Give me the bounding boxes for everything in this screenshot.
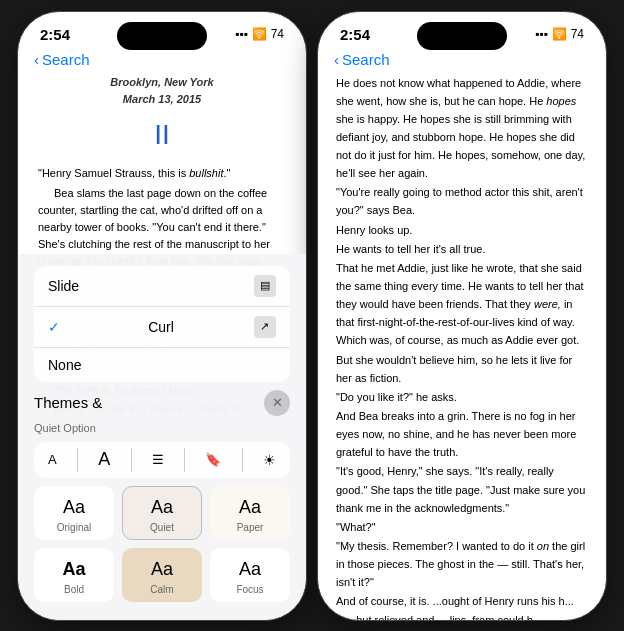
right-para-3: Henry looks up.	[336, 221, 588, 239]
slide-option-curl[interactable]: ✓ Curl ↗	[34, 307, 290, 348]
slide-option-slide[interactable]: Slide ▤	[34, 266, 290, 307]
overlay-panel: Slide ▤ ✓ Curl ↗ None Themes & ✕	[18, 254, 306, 620]
theme-bold-aa: Aa	[62, 559, 85, 580]
right-wifi-icon: 🛜	[552, 27, 567, 41]
font-small[interactable]: A	[48, 452, 57, 467]
theme-calm-aa: Aa	[151, 559, 173, 580]
right-status-icons: ▪▪▪ 🛜 74	[535, 27, 584, 41]
right-dynamic-island	[417, 22, 507, 50]
book-header: Brooklyn, New YorkMarch 13, 2015 II	[38, 74, 286, 158]
battery-icon: 74	[271, 27, 284, 41]
chapter-number: II	[38, 113, 286, 158]
bookmark-icon[interactable]: 🔖	[205, 452, 221, 467]
right-para-9: "It's good, Henry," she says. "It's real…	[336, 462, 588, 516]
right-para-5: That he met Addie, just like he wrote, t…	[336, 259, 588, 350]
separator3	[184, 448, 185, 472]
themes-header: Themes & ✕	[34, 390, 290, 416]
left-status-icons: ▪▪▪ 🛜 74	[235, 27, 284, 41]
left-nav-bar: ‹ Search	[18, 47, 306, 74]
theme-bold-label: Bold	[64, 584, 84, 595]
book-para-1: "Henry Samuel Strauss, this is bullshit.…	[38, 165, 286, 182]
right-para-10: "What?"	[336, 518, 588, 536]
left-back-label: Search	[42, 51, 90, 68]
theme-original-aa: Aa	[63, 497, 85, 518]
signal-icon: ▪▪▪	[235, 27, 248, 41]
theme-calm[interactable]: Aa Calm	[122, 548, 202, 602]
themes-grid: Aa Original Aa Quiet Aa Paper Aa Bold	[34, 486, 290, 602]
font-size-row: A A ☰ 🔖 ☀	[34, 442, 290, 478]
theme-original[interactable]: Aa Original	[34, 486, 114, 540]
right-para-8: And Bea breaks into a grin. There is no …	[336, 407, 588, 461]
curl-check: ✓	[48, 319, 60, 335]
curl-icon: ↗	[254, 316, 276, 338]
separator	[77, 448, 78, 472]
brightness-icon[interactable]: ☀	[263, 452, 276, 468]
right-back-label: Search	[342, 51, 390, 68]
right-back-button[interactable]: ‹ Search	[334, 51, 390, 68]
slide-label: Slide	[48, 278, 79, 294]
right-battery-icon: 74	[571, 27, 584, 41]
font-format-icon[interactable]: ☰	[152, 452, 164, 467]
theme-paper-aa: Aa	[239, 497, 261, 518]
theme-bold[interactable]: Aa Bold	[34, 548, 114, 602]
themes-sub: Quiet Option	[34, 422, 290, 434]
chevron-left-icon: ‹	[34, 51, 39, 68]
right-para-12: And of course, it is. ...ought of Henry …	[336, 592, 588, 619]
separator2	[131, 448, 132, 472]
right-para-11: "My thesis. Remember? I wanted to do it …	[336, 537, 588, 591]
left-back-button[interactable]: ‹ Search	[34, 51, 90, 68]
theme-quiet[interactable]: Aa Quiet	[122, 486, 202, 540]
right-para-6: But she wouldn't believe him, so he lets…	[336, 351, 588, 387]
none-label: None	[48, 357, 81, 373]
right-nav-bar: ‹ Search	[318, 47, 606, 74]
right-para-7: "Do you like it?" he asks.	[336, 388, 588, 406]
theme-original-label: Original	[57, 522, 91, 533]
slide-options: Slide ▤ ✓ Curl ↗ None	[34, 266, 290, 382]
theme-paper[interactable]: Aa Paper	[210, 486, 290, 540]
themes-label: Themes &	[34, 394, 102, 411]
close-button[interactable]: ✕	[264, 390, 290, 416]
book-location: Brooklyn, New YorkMarch 13, 2015	[38, 74, 286, 109]
dynamic-island	[117, 22, 207, 50]
theme-focus-label: Focus	[236, 584, 263, 595]
theme-paper-label: Paper	[237, 522, 264, 533]
phones-container: 2:54 ▪▪▪ 🛜 74 ‹ Search Brooklyn, New Yor…	[17, 11, 607, 621]
right-signal-icon: ▪▪▪	[535, 27, 548, 41]
theme-quiet-label: Quiet	[150, 522, 174, 533]
left-phone: 2:54 ▪▪▪ 🛜 74 ‹ Search Brooklyn, New Yor…	[17, 11, 307, 621]
font-large[interactable]: A	[98, 449, 110, 470]
theme-focus-aa: Aa	[239, 559, 261, 580]
separator4	[242, 448, 243, 472]
slide-icon: ▤	[254, 275, 276, 297]
theme-focus[interactable]: Aa Focus	[210, 548, 290, 602]
slide-option-none[interactable]: None	[34, 348, 290, 382]
right-para-1: He does not know what happened to Addie,…	[336, 74, 588, 183]
wifi-icon: 🛜	[252, 27, 267, 41]
theme-calm-label: Calm	[150, 584, 173, 595]
right-status-time: 2:54	[340, 26, 370, 43]
right-para-4: He wants to tell her it's all true.	[336, 240, 588, 258]
right-book-content: He does not know what happened to Addie,…	[318, 74, 606, 620]
curl-label: Curl	[148, 319, 174, 335]
right-chevron-left-icon: ‹	[334, 51, 339, 68]
left-status-time: 2:54	[40, 26, 70, 43]
right-phone: 2:54 ▪▪▪ 🛜 74 ‹ Search He does not know …	[317, 11, 607, 621]
right-para-2: "You're really going to method actor thi…	[336, 183, 588, 219]
theme-quiet-aa: Aa	[151, 497, 173, 518]
